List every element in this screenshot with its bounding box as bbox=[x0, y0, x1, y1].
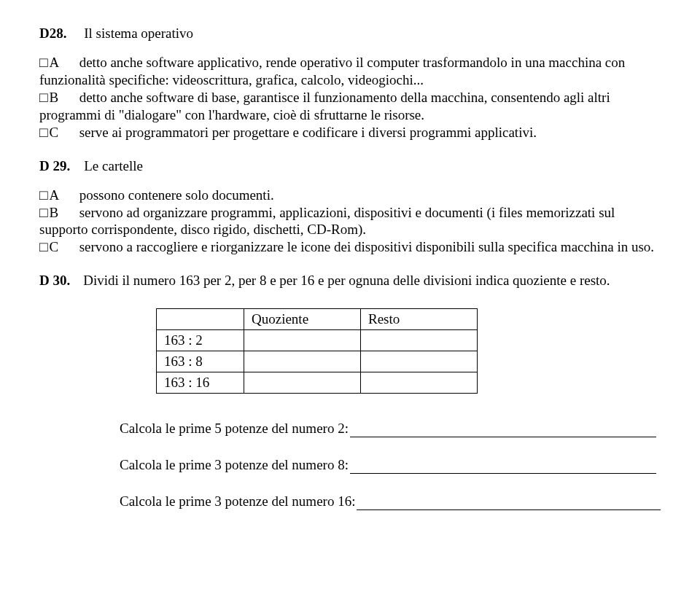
table-row: 163 : 16 bbox=[157, 372, 478, 394]
choice-letter: B bbox=[49, 90, 58, 105]
quoziente-cell[interactable] bbox=[244, 330, 361, 351]
row-label: 163 : 2 bbox=[157, 330, 244, 351]
blank-input-2[interactable] bbox=[350, 458, 656, 474]
spacer bbox=[62, 90, 76, 105]
choice-letter: B bbox=[49, 205, 58, 220]
spacer bbox=[62, 205, 76, 220]
choice-letter: A bbox=[49, 187, 58, 203]
question-28-number: D28. bbox=[39, 26, 66, 41]
spacer bbox=[62, 125, 76, 140]
resto-cell[interactable] bbox=[361, 351, 478, 372]
calc-prompt-3: Calcola le prime 3 potenze del numero 16… bbox=[120, 493, 355, 510]
choice-28-b-text: detto anche software di base, garantisce… bbox=[39, 90, 610, 122]
choice-29-c[interactable]: □C servono a raccogliere e riorganizzare… bbox=[39, 238, 661, 256]
calc-line-2: Calcola le prime 3 potenze del numero 8: bbox=[120, 456, 661, 474]
checkbox-icon: □ bbox=[39, 238, 47, 256]
quoziente-cell[interactable] bbox=[244, 351, 361, 372]
spacer bbox=[74, 158, 81, 173]
question-28-heading: D28. Il sistema operativo bbox=[39, 25, 661, 42]
question-30-number: D 30. bbox=[39, 272, 70, 289]
calc-prompt-1: Calcola le prime 5 potenze del numero 2: bbox=[120, 420, 349, 437]
checkbox-icon: □ bbox=[39, 124, 47, 141]
choice-28-a-text: detto anche software applicativo, rende … bbox=[39, 55, 625, 87]
division-table: Quoziente Resto 163 : 2 163 : 8 163 : 16 bbox=[156, 308, 478, 394]
choice-29-b[interactable]: □B servono ad organizzare programmi, app… bbox=[39, 204, 661, 239]
resto-cell[interactable] bbox=[361, 372, 478, 394]
question-28-title: Il sistema operativo bbox=[84, 26, 193, 41]
checkbox-icon: □ bbox=[39, 187, 47, 204]
choice-28-c[interactable]: □C serve ai programmatori per progettare… bbox=[39, 124, 661, 141]
choice-29-b-text: servono ad organizzare programmi, applic… bbox=[39, 205, 615, 238]
blank-input-1[interactable] bbox=[350, 422, 656, 437]
question-29-choices: □A possono contenere solo documenti. □B … bbox=[39, 187, 661, 257]
checkbox-icon: □ bbox=[39, 89, 47, 106]
choice-letter: C bbox=[49, 239, 58, 254]
choice-28-a[interactable]: □A detto anche software applicativo, ren… bbox=[39, 54, 661, 89]
spacer bbox=[62, 55, 76, 70]
calc-prompt-2: Calcola le prime 3 potenze del numero 8: bbox=[120, 456, 349, 474]
choice-letter: C bbox=[49, 125, 58, 140]
question-30-heading: D 30. Dividi il numero 163 per 2, per 8 … bbox=[39, 272, 661, 289]
spacer bbox=[62, 187, 76, 203]
blank-input-3[interactable] bbox=[357, 495, 661, 510]
spacer bbox=[70, 26, 80, 41]
checkbox-icon: □ bbox=[39, 204, 47, 222]
question-29-heading: D 29. Le cartelle bbox=[39, 157, 661, 175]
choice-29-c-text: servono a raccogliere e riorganizzare le… bbox=[79, 239, 654, 254]
choice-28-b[interactable]: □B detto anche software di base, garanti… bbox=[39, 89, 661, 124]
question-29-title: Le cartelle bbox=[84, 158, 143, 173]
table-empty-header bbox=[157, 309, 244, 330]
table-header-resto: Resto bbox=[361, 309, 478, 330]
question-29: D 29. Le cartelle □A possono contenere s… bbox=[39, 157, 661, 257]
table-row: 163 : 8 bbox=[157, 351, 478, 372]
question-29-number: D 29. bbox=[39, 158, 70, 173]
calc-line-1: Calcola le prime 5 potenze del numero 2: bbox=[120, 420, 661, 437]
row-label: 163 : 16 bbox=[157, 372, 244, 394]
question-28-choices: □A detto anche software applicativo, ren… bbox=[39, 54, 661, 141]
spacer bbox=[62, 239, 76, 254]
quoziente-cell[interactable] bbox=[244, 372, 361, 394]
question-30: D 30. Dividi il numero 163 per 2, per 8 … bbox=[39, 272, 661, 510]
question-28: D28. Il sistema operativo □A detto anche… bbox=[39, 25, 661, 141]
calc-line-3: Calcola le prime 3 potenze del numero 16… bbox=[120, 493, 661, 510]
table-row: 163 : 2 bbox=[157, 330, 478, 351]
row-label: 163 : 8 bbox=[157, 351, 244, 372]
table-header-quoziente: Quoziente bbox=[244, 309, 361, 330]
checkbox-icon: □ bbox=[39, 54, 47, 71]
question-30-text: Dividi il numero 163 per 2, per 8 e per … bbox=[83, 272, 661, 289]
table-header-row: Quoziente Resto bbox=[157, 309, 478, 330]
choice-29-a[interactable]: □A possono contenere solo documenti. bbox=[39, 187, 661, 204]
choice-letter: A bbox=[49, 55, 58, 70]
choice-29-a-text: possono contenere solo documenti. bbox=[79, 187, 274, 203]
choice-28-c-text: serve ai programmatori per progettare e … bbox=[79, 125, 537, 140]
resto-cell[interactable] bbox=[361, 330, 478, 351]
